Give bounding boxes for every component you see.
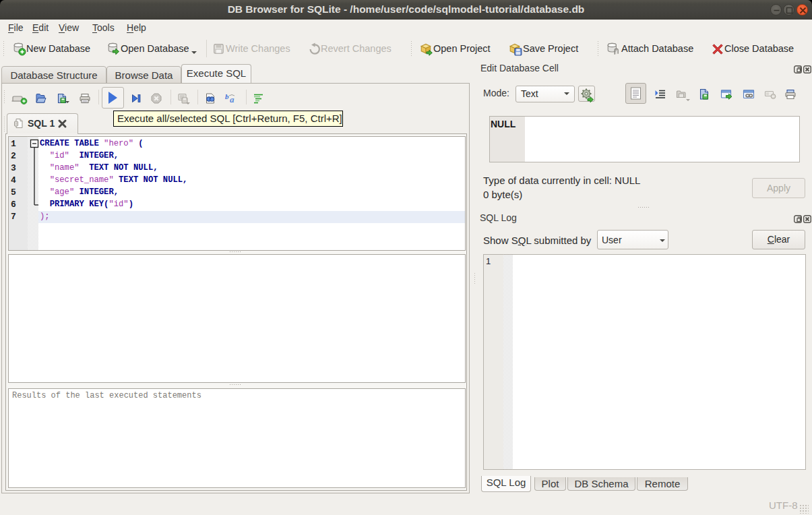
svg-text:b: b [225,92,229,100]
svg-text:a: a [230,94,235,104]
